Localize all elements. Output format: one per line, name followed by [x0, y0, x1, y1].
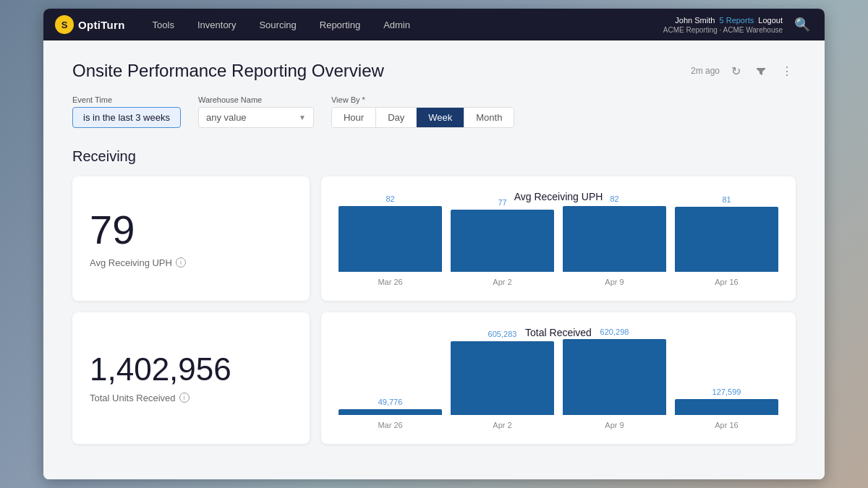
avg-uph-chart-card: Avg Receiving UPH 82Mar 2677Apr 282Apr 9…: [321, 176, 796, 301]
nav-item-sourcing[interactable]: Sourcing: [249, 15, 306, 35]
warehouse-select[interactable]: any value ▼: [198, 107, 314, 128]
avg-uph-info-icon[interactable]: i: [176, 257, 186, 267]
nav-items: Tools Inventory Sourcing Reporting Admin: [142, 15, 663, 35]
bar-group: 127,599Apr 16: [675, 388, 778, 429]
bar-group: 620,298Apr 9: [563, 328, 666, 429]
nav-item-inventory[interactable]: Inventory: [187, 15, 246, 35]
chevron-down-icon: ▼: [299, 114, 306, 121]
avg-uph-bar-chart: 82Mar 2677Apr 282Apr 981Apr 16: [339, 214, 778, 286]
bar-label: Apr 9: [605, 421, 624, 429]
total-units-info-icon[interactable]: i: [179, 393, 190, 403]
bar-label: Apr 16: [715, 421, 738, 429]
viewby-day[interactable]: Day: [376, 108, 417, 127]
receiving-section-title: Receiving: [72, 148, 796, 165]
bar-value: 82: [610, 194, 618, 203]
total-units-value: 1,402,956: [90, 354, 231, 385]
user-sub: ACME Reporting · ACME Warehouse: [663, 26, 783, 34]
refresh-button[interactable]: ↻: [728, 61, 744, 81]
logo[interactable]: S OptiTurn: [55, 15, 125, 34]
avg-uph-card: 79 Avg Receiving UPH i: [72, 176, 310, 301]
bar-rect: [451, 341, 554, 415]
bar-group: 49,776Mar 26: [339, 398, 442, 429]
nav-item-admin[interactable]: Admin: [373, 15, 420, 35]
event-time-filter: Event Time is in the last 3 weeks: [72, 95, 181, 128]
bar-value: 127,599: [712, 388, 741, 396]
bar-rect: [339, 206, 442, 272]
bar-rect: [451, 210, 554, 272]
avg-uph-label: Avg Receiving UPH i: [90, 257, 186, 268]
bar-label: Apr 16: [715, 278, 738, 286]
warehouse-filter: Warehouse Name any value ▼: [198, 95, 314, 128]
warehouse-label: Warehouse Name: [198, 95, 314, 104]
logout-link[interactable]: Logout: [758, 16, 783, 25]
bar-value: 49,776: [378, 398, 403, 406]
bar-group: 605,283Apr 2: [451, 330, 554, 429]
page-actions: 2m ago ↻ ⋮: [691, 61, 796, 81]
user-name: John Smith 5 Reports Logout: [663, 15, 783, 25]
bar-label: Mar 26: [378, 421, 402, 429]
bar-group: 81Apr 16: [675, 195, 778, 286]
total-units-label: Total Units Received i: [90, 393, 190, 403]
total-received-bar-chart: 49,776Mar 26605,283Apr 2620,298Apr 9127,…: [339, 350, 778, 429]
bar-label: Apr 2: [493, 278, 511, 286]
avg-uph-value: 79: [90, 210, 135, 250]
timestamp: 2m ago: [691, 66, 720, 76]
viewby-week[interactable]: Week: [417, 108, 464, 127]
total-received-chart-title: Total Received: [339, 327, 778, 338]
bar-rect: [675, 207, 778, 272]
viewby-hour[interactable]: Hour: [332, 108, 376, 127]
more-button[interactable]: ⋮: [778, 61, 796, 81]
bar-rect: [563, 206, 666, 272]
bar-value: 77: [498, 198, 506, 207]
event-time-label: Event Time: [72, 95, 181, 104]
viewby-label: View By *: [331, 95, 514, 104]
total-received-chart-card: Total Received 49,776Mar 26605,283Apr 26…: [321, 312, 796, 444]
viewby-group: View By * Hour Day Week Month: [331, 95, 514, 128]
bar-label: Apr 2: [493, 421, 511, 429]
bar-group: 77Apr 2: [451, 198, 554, 286]
viewby-month[interactable]: Month: [464, 108, 514, 127]
total-received-row: 1,402,956 Total Units Received i Total R…: [72, 312, 796, 444]
bar-rect: [563, 339, 666, 415]
app-window: S OptiTurn Tools Inventory Sourcing Repo…: [43, 9, 825, 479]
bar-value: 82: [386, 194, 394, 203]
search-icon[interactable]: 🔍: [791, 14, 813, 35]
viewby-buttons: Hour Day Week Month: [331, 107, 514, 128]
filters-row: Event Time is in the last 3 weeks Wareho…: [72, 95, 796, 128]
logo-text: OptiTurn: [78, 19, 125, 31]
nav-right: John Smith 5 Reports Logout ACME Reporti…: [663, 14, 813, 35]
filter-button[interactable]: [752, 62, 770, 80]
warehouse-value: any value: [206, 112, 247, 123]
bar-group: 82Apr 9: [563, 194, 666, 286]
total-units-card: 1,402,956 Total Units Received i: [72, 312, 310, 444]
bar-value: 605,283: [488, 330, 517, 338]
avg-uph-row: 79 Avg Receiving UPH i Avg Receiving UPH…: [72, 176, 796, 301]
page-header: Onsite Performance Reporting Overview 2m…: [72, 61, 796, 81]
event-time-chip[interactable]: is in the last 3 weeks: [72, 107, 181, 128]
nav-item-tools[interactable]: Tools: [142, 15, 184, 35]
main-content: Onsite Performance Reporting Overview 2m…: [43, 40, 825, 479]
bar-value: 81: [722, 195, 731, 204]
bar-group: 82Mar 26: [339, 194, 442, 286]
logo-icon: S: [55, 15, 74, 34]
bar-rect: [339, 409, 442, 415]
bar-label: Apr 9: [605, 278, 624, 286]
nav-item-reporting[interactable]: Reporting: [310, 15, 370, 35]
reports-link[interactable]: 5 Reports: [720, 16, 754, 25]
bar-value: 620,298: [600, 328, 629, 336]
nav-bar: S OptiTurn Tools Inventory Sourcing Repo…: [43, 9, 825, 40]
user-info: John Smith 5 Reports Logout ACME Reporti…: [663, 15, 783, 33]
page-title: Onsite Performance Reporting Overview: [72, 61, 384, 81]
bar-rect: [675, 399, 778, 415]
bar-label: Mar 26: [378, 278, 402, 286]
